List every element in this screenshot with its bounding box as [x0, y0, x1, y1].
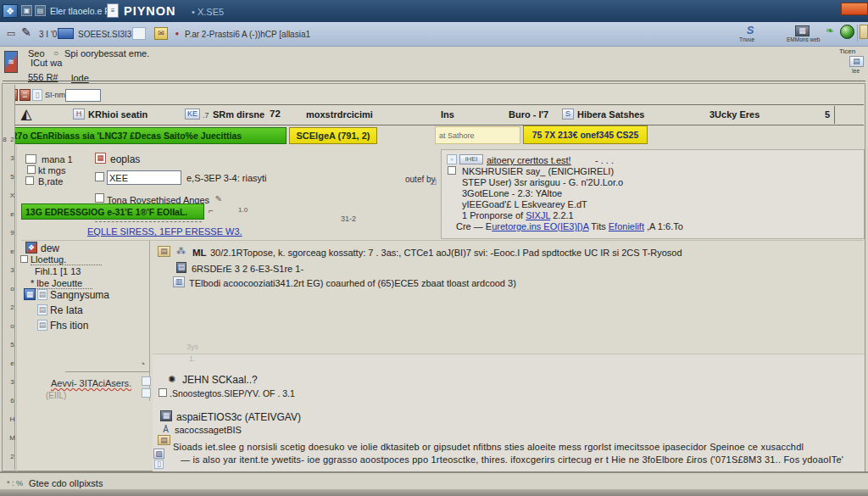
tree-checkbox-3[interactable]: [25, 176, 34, 185]
tree-item-joeutte[interactable]: * lbe Joeutte: [31, 278, 92, 289]
form-field[interactable]: [107, 170, 181, 185]
column-header-2-num: 72: [270, 109, 281, 119]
info-line-6-pre: Cre — E: [456, 221, 492, 231]
extensions-icon[interactable]: ▦: [795, 25, 810, 36]
result-row-2: 6RSDErE 3 2 6-E3-S1re 1-: [192, 264, 303, 274]
menu-item-icut[interactable]: ICut wa: [31, 58, 62, 68]
vertical-tab-text: 2 3 5 X e 9 e 3 o 2 o 5 e 3 6 H M 2 8: [1, 136, 16, 470]
tree-item-brate[interactable]: B,rate: [38, 176, 63, 187]
handle-icon[interactable]: ⌐: [207, 204, 215, 217]
column-header-4[interactable]: Ins: [441, 109, 454, 120]
tree-item-fihl[interactable]: Fihl.1 [1 13: [35, 266, 81, 276]
tree-item-mana[interactable]: mana 1: [42, 154, 73, 164]
radio-icon[interactable]: ○: [51, 47, 61, 58]
column-header-5[interactable]: Buro - I'7: [509, 109, 548, 120]
pale-yellow-field[interactable]: at Sathore: [435, 126, 520, 144]
leaf-icon[interactable]: ❧: [824, 24, 836, 36]
titlebar-tool1-icon[interactable]: ▣: [21, 5, 32, 16]
orange-tool-icon[interactable]: [860, 25, 868, 39]
tree-checkbox-1[interactable]: [25, 154, 36, 164]
extensions-icon-label: EMMons web: [787, 36, 820, 42]
window-tool-icon[interactable]: ▭: [5, 28, 17, 39]
result-icon-1b: ⁂: [175, 245, 187, 257]
a-bar-icon: Ā: [160, 424, 171, 435]
toolbar-text-3[interactable]: P.ar 2-Prastsi6 A (-))hCP [allasia1: [185, 30, 422, 39]
form-lb-label: 1.0: [238, 206, 248, 214]
minibar-label: Sī-nm: [45, 91, 65, 99]
globe-icon[interactable]: [840, 25, 854, 39]
lower-row-3[interactable]: aspaiETIOS3c (ATEIVGAV): [176, 411, 301, 423]
yellow-badge[interactable]: SCEIgeA (791, 2): [289, 127, 377, 144]
column-header-3[interactable]: moxstrdrcicimi: [306, 109, 373, 120]
info-line-6-mid: Tits: [589, 221, 609, 231]
form-checkbox-2[interactable]: [95, 193, 104, 203]
people2-icon[interactable]: ♖: [19, 89, 31, 101]
sidebar-bottom-link[interactable]: Aevvi- 3ITAciAsers.: [51, 378, 131, 388]
info-line-6: Cre — Euretorge.ins EO(IE3)[)A Tits Efon…: [456, 221, 861, 231]
toolbar-text-1[interactable]: 3 I '0: [39, 30, 57, 39]
triangle-marker-icon: ◭: [19, 105, 34, 122]
green-highlight-row-2[interactable]: 13G EDRESSGIOG e-31'E 1®'F EOlIaL.: [21, 203, 204, 220]
info-line-6-suf: ,A 1:6.To: [644, 221, 683, 231]
table-dark-icon: ▦: [160, 410, 172, 421]
info-link-euretorge[interactable]: uretorge.ins EO(IE3)[)A: [492, 221, 588, 231]
form-link[interactable]: EQLLE SIRESS, 1EFP ERESSE W3.: [87, 226, 242, 237]
column-header-2[interactable]: SRm dirsne: [213, 109, 264, 120]
carton-icon[interactable]: ▯: [32, 89, 42, 101]
stamp-icon[interactable]: ≋: [4, 51, 18, 73]
info-checkbox[interactable]: [448, 166, 456, 175]
tree-item-reiata[interactable]: Re Iata: [50, 304, 83, 316]
form-note: 31-2: [341, 215, 356, 223]
column-header-1[interactable]: KRhioi seatin: [88, 109, 147, 120]
small-tool-icon-1[interactable]: [142, 376, 151, 386]
swirl-icon[interactable]: S: [743, 24, 758, 36]
main-toolbar: ▭ ✎ 3 I '0 SOEESt.SI3I31 ✉ ● P.ar 2-Pras…: [0, 22, 868, 47]
document-icon: ≡: [107, 3, 119, 18]
faint-label-1: 3ys: [186, 343, 198, 351]
tree-item-lloettug[interactable]: Lloettug.: [31, 254, 102, 265]
tab-lode[interactable]: lode: [71, 73, 89, 83]
window-subtitle: • X.SE5: [192, 7, 224, 17]
green-highlight-row[interactable]: R7o CEnRibiass sia 'LNC37 £Decas Saito%e…: [7, 127, 287, 144]
ihel-tag: iHEl: [459, 154, 483, 164]
pin-icon[interactable]: ●: [172, 28, 182, 39]
tree-item-sangnysuma[interactable]: Sangnysuma: [50, 289, 109, 301]
minibar-input[interactable]: [65, 89, 101, 102]
lower-row-4[interactable]: sacocssagetBIS: [175, 425, 242, 435]
lightbox-icon[interactable]: [132, 27, 146, 40]
gem-icon: ❖: [25, 242, 37, 254]
yellow-badge-2[interactable]: 75 7X 213€ onef345 CS25: [523, 125, 648, 144]
lower-row-2[interactable]: .Snoostegtos.SIEP/YV. OF . 3.1: [170, 388, 295, 398]
corner-tool-icon[interactable]: ▤: [849, 56, 864, 67]
folder-icon[interactable]: [58, 28, 74, 39]
title-bar: ❖ ▣ ▤ Eler tlaoelo.e Pr ≡ PIYNON • X.SE5: [0, 0, 868, 22]
column-header-6[interactable]: Hibera Satshes: [577, 109, 644, 120]
lower-checkbox[interactable]: [159, 388, 167, 397]
close-button[interactable]: [841, 3, 868, 15]
titlebar-tool2-icon[interactable]: ▤: [35, 5, 46, 16]
form-group-label: eoplas: [110, 153, 140, 165]
info-box-icon-1: ▫: [447, 154, 457, 164]
info-link-sixjl[interactable]: SIXJL: [526, 210, 550, 220]
menu-item-options[interactable]: Spi oorybessat eme.: [64, 48, 234, 59]
tree-checkbox-2[interactable]: [27, 165, 36, 174]
paragraph-line-1: Sioads iet.slee g norsisli scetig doesuk…: [173, 442, 865, 452]
titlebar-tabs-label[interactable]: Eler tlaoelo.e Pr: [50, 6, 114, 16]
status-bottom-strip: [0, 489, 868, 496]
small-tool-icon-2[interactable]: [142, 388, 151, 398]
tree-item-dew[interactable]: dew: [41, 242, 59, 254]
toolbar-text-2[interactable]: SOEESt.SI3I31: [78, 30, 136, 39]
tree-checkbox-4[interactable]: [20, 255, 28, 263]
tree-item-fhsition[interactable]: Fhs ition: [50, 320, 88, 332]
result-row-3: TElbodi acoocooziati341.2rt EG) coaurhed…: [189, 278, 859, 288]
result-icon-2: ▤: [176, 262, 186, 273]
column-header-7[interactable]: 3Ucky Eres: [709, 109, 760, 120]
pen-icon[interactable]: ✎: [19, 25, 34, 40]
lower-row-1[interactable]: JEHN SCKaal..?: [182, 374, 258, 386]
info-link-efonielift[interactable]: Efonielift: [609, 221, 644, 231]
column-header-8[interactable]: 5: [825, 109, 830, 120]
form-checkbox-1[interactable]: [95, 172, 104, 181]
mail-icon[interactable]: ✉: [154, 27, 168, 40]
info-line-0: aitoery crerttos t.est!: [487, 155, 571, 165]
tree-item-kt[interactable]: kt mgs: [38, 165, 65, 176]
